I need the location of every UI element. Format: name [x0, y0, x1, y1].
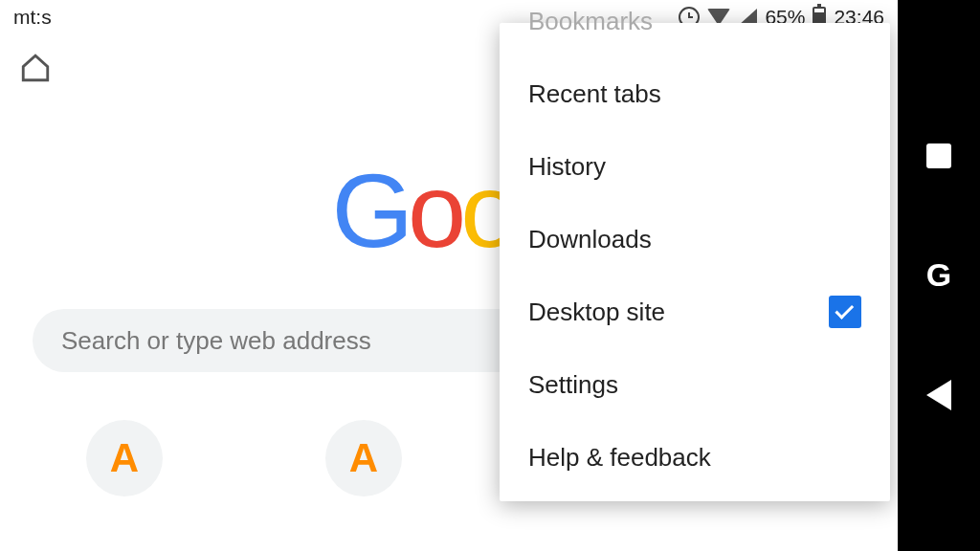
nav-google-button[interactable]: G [921, 257, 957, 294]
desktop-site-checkbox[interactable] [829, 296, 861, 328]
carrier-label: mt:s [13, 6, 52, 29]
nav-recents-button[interactable] [921, 138, 957, 174]
shortcut-tile[interactable]: A [325, 420, 402, 496]
overflow-menu: Bookmarks Recent tabs History Downloads … [500, 23, 890, 501]
android-nav-bar: G [898, 0, 980, 551]
shortcut-tile[interactable]: A [86, 420, 163, 496]
menu-bookmarks[interactable]: Bookmarks [500, 0, 890, 57]
menu-history[interactable]: History [500, 130, 890, 203]
menu-desktop-site[interactable]: Desktop site [500, 276, 890, 348]
square-icon [926, 143, 951, 168]
search-placeholder: Search or type web address [61, 326, 371, 356]
home-icon[interactable] [19, 52, 52, 84]
back-triangle-icon [926, 380, 951, 410]
nav-back-button[interactable] [921, 377, 957, 413]
menu-recent-tabs[interactable]: Recent tabs [500, 57, 890, 130]
check-icon [835, 300, 854, 320]
menu-downloads[interactable]: Downloads [500, 203, 890, 276]
menu-settings[interactable]: Settings [500, 348, 890, 421]
menu-help-feedback[interactable]: Help & feedback [500, 421, 890, 494]
